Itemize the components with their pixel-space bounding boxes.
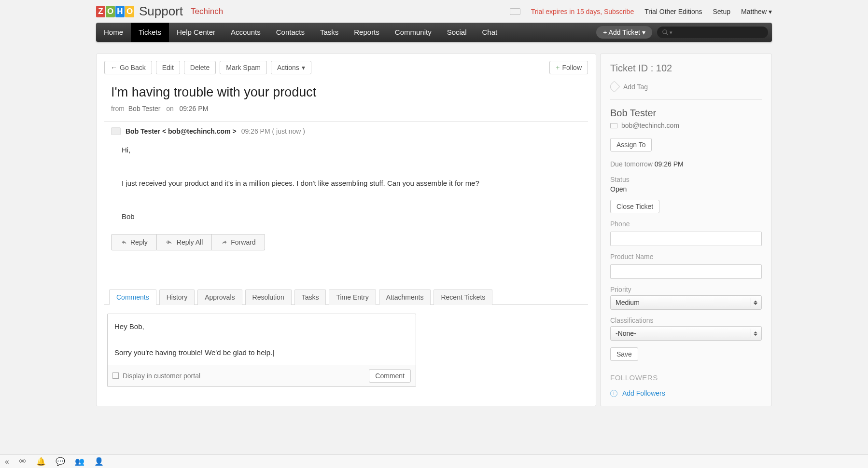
follow-label: Follow	[562, 64, 582, 71]
on-time: 09:26 PM	[179, 105, 208, 112]
nav-tickets[interactable]: Tickets	[131, 23, 169, 42]
thread-body: Hi, I just received your product and it'…	[122, 142, 588, 225]
add-tag-label: Add Tag	[623, 83, 648, 91]
tab-tasks[interactable]: Tasks	[294, 289, 326, 305]
add-followers[interactable]: + Add Followers	[610, 389, 762, 397]
tab-recent-tickets[interactable]: Recent Tickets	[434, 289, 492, 305]
nav-reports[interactable]: Reports	[346, 23, 387, 42]
select-caret-icon	[751, 298, 759, 307]
go-back-label: Go Back	[120, 64, 146, 71]
classifications-value: -None-	[616, 330, 636, 337]
tab-history[interactable]: History	[159, 289, 195, 305]
status-label: Status	[610, 176, 762, 183]
product-field[interactable]	[610, 264, 762, 279]
due-time: 09:26 PM	[655, 160, 684, 168]
ticket-title: I'm having trouble with your product	[111, 85, 588, 100]
keyboard-icon[interactable]	[510, 8, 520, 15]
plus-circle-icon: +	[610, 390, 617, 397]
add-followers-label: Add Followers	[622, 389, 665, 397]
mail-icon	[610, 123, 617, 128]
classifications-select[interactable]: -None-	[610, 326, 762, 341]
add-ticket-button[interactable]: + Add Ticket ▾	[596, 26, 652, 39]
display-portal-label: Display in customer portal	[123, 372, 200, 380]
tabs: Comments History Approvals Resolution Ta…	[104, 289, 588, 305]
trial-other-link[interactable]: Trial Other Editions	[644, 8, 702, 15]
mark-spam-button[interactable]: Mark Spam	[220, 61, 267, 74]
add-ticket-label: + Add Ticket	[603, 28, 640, 36]
comment-textarea[interactable]: Hey Bob, Sorry you're having trouble! We…	[108, 314, 416, 365]
thread-sender: Bob Tester < bob@techinch.com >	[126, 127, 237, 135]
reply-all-button[interactable]: Reply All	[157, 234, 212, 250]
reply-all-icon	[166, 239, 174, 245]
select-caret-icon	[751, 329, 759, 338]
caret-down-icon: ▾	[670, 29, 672, 36]
main-nav: Home Tickets Help Center Accounts Contac…	[96, 23, 772, 42]
caret-down-icon: ▾	[642, 28, 645, 36]
caret-down-icon: ▾	[302, 64, 305, 71]
nav-community[interactable]: Community	[387, 23, 439, 42]
priority-label: Priority	[610, 286, 762, 293]
tab-attachments[interactable]: Attachments	[379, 289, 431, 305]
setup-link[interactable]: Setup	[713, 8, 730, 15]
tab-approvals[interactable]: Approvals	[197, 289, 242, 305]
nav-help-center[interactable]: Help Center	[169, 23, 223, 42]
comment-button[interactable]: Comment	[369, 369, 411, 383]
top-bar: ZOHO Support Techinch Trial expires in 1…	[96, 2, 772, 23]
actions-dropdown[interactable]: Actions ▾	[271, 61, 311, 74]
nav-social[interactable]: Social	[439, 23, 475, 42]
caret-down-icon: ▾	[769, 8, 772, 15]
side-panel: Ticket ID : 102 Add Tag Bob Tester bob@t…	[600, 54, 772, 406]
mail-icon	[111, 127, 121, 135]
assign-to-button[interactable]: Assign To	[610, 138, 652, 151]
status-value: Open	[610, 185, 762, 193]
comment-box: Hey Bob, Sorry you're having trouble! We…	[107, 314, 416, 387]
save-button[interactable]: Save	[610, 347, 638, 361]
forward-icon	[221, 239, 228, 245]
svg-line-1	[666, 33, 668, 35]
contact-email-row: bob@techinch.com	[610, 122, 762, 129]
logo-group: ZOHO Support Techinch	[96, 4, 223, 19]
go-back-button[interactable]: ← Go Back	[104, 61, 152, 74]
forward-button[interactable]: Forward	[212, 234, 265, 250]
on-label: on	[166, 105, 174, 112]
product-label: Product Name	[610, 253, 762, 261]
ticket-id: Ticket ID : 102	[610, 63, 762, 74]
delete-button[interactable]: Delete	[184, 61, 216, 74]
nav-contacts[interactable]: Contacts	[268, 23, 312, 42]
nav-chat[interactable]: Chat	[475, 23, 505, 42]
org-name[interactable]: Techinch	[191, 7, 223, 16]
display-portal-checkbox[interactable]	[112, 372, 119, 379]
nav-tasks[interactable]: Tasks	[312, 23, 346, 42]
trial-notice[interactable]: Trial expires in 15 days, Subscribe	[531, 8, 634, 15]
nav-search[interactable]: ▾	[657, 27, 768, 38]
tag-icon	[608, 81, 620, 92]
phone-field[interactable]	[610, 232, 762, 246]
close-ticket-button[interactable]: Close Ticket	[610, 200, 659, 213]
due-label: Due tomorrow	[610, 160, 653, 168]
ticket-meta: from Bob Tester on 09:26 PM	[111, 105, 588, 112]
classifications-label: Classifications	[610, 317, 762, 324]
priority-value: Medium	[616, 299, 640, 306]
contact-email: bob@techinch.com	[621, 122, 679, 129]
edit-button[interactable]: Edit	[156, 61, 180, 74]
contact-name: Bob Tester	[610, 108, 762, 119]
tab-time-entry[interactable]: Time Entry	[329, 289, 376, 305]
follow-button[interactable]: + Follow	[549, 61, 588, 74]
tab-comments[interactable]: Comments	[109, 289, 156, 305]
due-row: Due tomorrow 09:26 PM	[610, 160, 762, 168]
tab-resolution[interactable]: Resolution	[245, 289, 292, 305]
user-menu[interactable]: Matthew ▾	[741, 8, 772, 15]
phone-label: Phone	[610, 220, 762, 228]
reply-button[interactable]: Reply	[111, 234, 157, 250]
nav-home[interactable]: Home	[96, 23, 131, 42]
thread-time: 09:26 PM ( just now )	[241, 127, 305, 135]
followers-heading: FOLLOWERS	[610, 373, 762, 382]
reply-all-label: Reply All	[177, 238, 203, 246]
plus-icon: +	[556, 64, 560, 71]
nav-accounts[interactable]: Accounts	[223, 23, 268, 42]
thread: Bob Tester < bob@techinch.com > 09:26 PM…	[104, 122, 588, 250]
add-tag[interactable]: Add Tag	[610, 83, 762, 91]
zoho-logo: ZOHO	[96, 6, 134, 17]
priority-select[interactable]: Medium	[610, 295, 762, 310]
user-name: Matthew	[741, 8, 767, 15]
